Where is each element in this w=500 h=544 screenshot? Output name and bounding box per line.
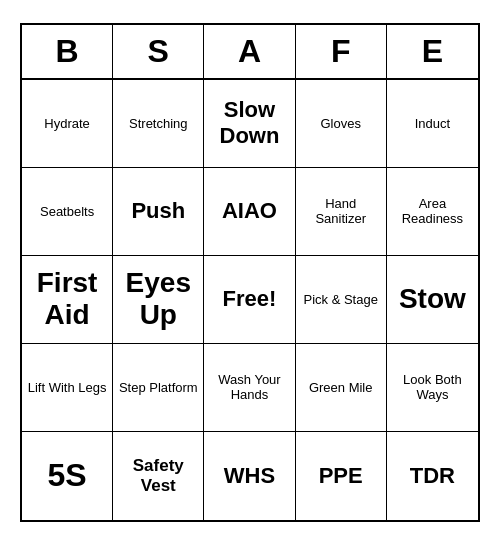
bingo-cell-r4-c2: WHS bbox=[204, 432, 295, 520]
bingo-cell-r0-c2: Slow Down bbox=[204, 80, 295, 168]
bingo-cell-r1-c0: Seatbelts bbox=[22, 168, 113, 256]
header-letter-b: B bbox=[22, 25, 113, 78]
header-letter-a: A bbox=[204, 25, 295, 78]
bingo-cell-r4-c3: PPE bbox=[296, 432, 387, 520]
bingo-cell-r4-c1: Safety Vest bbox=[113, 432, 204, 520]
bingo-cell-r1-c1: Push bbox=[113, 168, 204, 256]
bingo-cell-r3-c3: Green Mile bbox=[296, 344, 387, 432]
bingo-cell-r1-c2: AIAO bbox=[204, 168, 295, 256]
bingo-cell-r1-c3: Hand Sanitizer bbox=[296, 168, 387, 256]
bingo-header: BSAFE bbox=[22, 25, 478, 80]
bingo-cell-r1-c4: Area Readiness bbox=[387, 168, 478, 256]
bingo-cell-r2-c4: Stow bbox=[387, 256, 478, 344]
bingo-cell-r0-c3: Gloves bbox=[296, 80, 387, 168]
bingo-cell-r0-c4: Induct bbox=[387, 80, 478, 168]
header-letter-e: E bbox=[387, 25, 478, 78]
bingo-cell-r2-c3: Pick & Stage bbox=[296, 256, 387, 344]
bingo-cell-r2-c0: First Aid bbox=[22, 256, 113, 344]
bingo-cell-r4-c4: TDR bbox=[387, 432, 478, 520]
bingo-cell-r2-c1: Eyes Up bbox=[113, 256, 204, 344]
bingo-cell-r0-c1: Stretching bbox=[113, 80, 204, 168]
bingo-card: BSAFE HydrateStretchingSlow DownGlovesIn… bbox=[20, 23, 480, 522]
bingo-cell-r4-c0: 5S bbox=[22, 432, 113, 520]
bingo-cell-r3-c2: Wash Your Hands bbox=[204, 344, 295, 432]
bingo-cell-r2-c2: Free! bbox=[204, 256, 295, 344]
bingo-cell-r3-c4: Look Both Ways bbox=[387, 344, 478, 432]
header-letter-s: S bbox=[113, 25, 204, 78]
header-letter-f: F bbox=[296, 25, 387, 78]
bingo-cell-r0-c0: Hydrate bbox=[22, 80, 113, 168]
bingo-cell-r3-c0: Lift With Legs bbox=[22, 344, 113, 432]
bingo-cell-r3-c1: Step Platform bbox=[113, 344, 204, 432]
bingo-grid: HydrateStretchingSlow DownGlovesInductSe… bbox=[22, 80, 478, 520]
